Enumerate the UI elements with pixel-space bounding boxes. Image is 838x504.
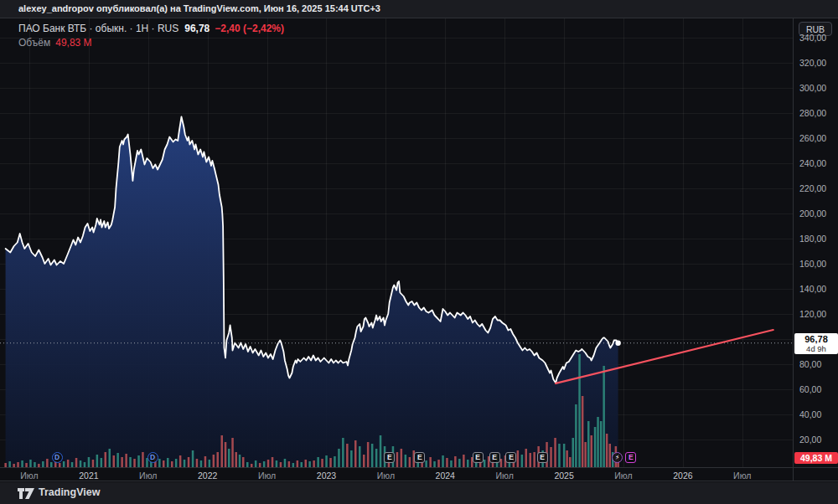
price-tick-label: 140,00: [799, 284, 826, 294]
earnings-badge[interactable]: E: [537, 452, 548, 463]
price-tick-label: 280,00: [799, 108, 826, 118]
current-volume-label: 49,83 М: [794, 452, 838, 464]
time-tick-label-2025: 2025: [554, 471, 573, 481]
price-tick-label: 300,00: [799, 83, 826, 93]
time-tick-label-2021: 2021: [79, 471, 98, 481]
earnings-badge[interactable]: E: [384, 452, 395, 463]
upcoming-earnings-badge[interactable]: E: [625, 452, 636, 463]
price-axis[interactable]: RUB 340,00320,00300,00280,00260,00240,00…: [793, 18, 838, 481]
time-tick-label-Июл: Июл: [496, 471, 514, 481]
price-tick-label: 180,00: [799, 234, 826, 244]
time-tick-label-2024: 2024: [436, 471, 455, 481]
time-axis-separator: [0, 467, 838, 468]
volume-value: 49,83 М: [55, 37, 91, 49]
footer-bar: TradingView: [0, 482, 838, 504]
price-tick-label: 60,00: [799, 384, 821, 394]
tradingview-brand-name[interactable]: TradingView: [39, 486, 100, 498]
tradingview-logo-icon[interactable]: [17, 487, 35, 500]
publication-bar: alexey_andropov опубликовал(а) на Tradin…: [0, 0, 838, 18]
current-price-value: 96,78: [794, 334, 838, 344]
price-change: −2,40 (−2,42%): [215, 23, 284, 34]
time-tick-label-2022: 2022: [198, 471, 217, 481]
price-tick-label: 240,00: [799, 158, 826, 168]
dividend-badge[interactable]: D: [52, 452, 63, 463]
price-tick-label: 40,00: [799, 409, 821, 419]
earnings-badge[interactable]: E: [473, 452, 484, 463]
price-tick-label: 220,00: [799, 183, 826, 193]
time-tick-label-Июл: Июл: [139, 471, 157, 481]
legend-row-volume: Объём49,83 М: [18, 37, 284, 49]
price-chart-canvas[interactable]: [0, 18, 793, 467]
current-price-label: 96,78 4d 9h: [794, 333, 838, 354]
symbol-title: ПАО Банк ВТБ · обыкн. · 1Н · RUS: [18, 23, 178, 34]
price-tick-label: 80,00: [799, 359, 821, 369]
earnings-badge[interactable]: E: [414, 452, 425, 463]
time-tick-label-2023: 2023: [317, 471, 336, 481]
tradingview-published-chart: alexey_andropov опубликовал(а) на Tradin…: [0, 0, 838, 504]
price-tick-label: 340,00: [799, 33, 826, 43]
chart-legend: ПАО Банк ВТБ · обыкн. · 1Н · RUS96,78−2,…: [18, 23, 284, 49]
price-tick-label: 20,00: [799, 435, 821, 445]
price-tick-label: 320,00: [799, 58, 826, 68]
volume-label: Объём: [18, 37, 50, 49]
earnings-badge[interactable]: E: [505, 452, 516, 463]
bar-countdown: 4d 9h: [794, 344, 838, 353]
price-area-fill: [6, 117, 618, 468]
price-tick-label: 120,00: [799, 309, 826, 319]
time-tick-label-Июл: Июл: [258, 471, 276, 481]
dividend-badge[interactable]: D: [147, 452, 158, 463]
time-tick-label-Июл: Июл: [377, 471, 395, 481]
time-tick-label-Июл: Июл: [20, 471, 38, 481]
time-tick-label-2026: 2026: [673, 471, 692, 481]
publication-text: alexey_andropov опубликовал(а) на Tradin…: [18, 0, 380, 18]
price-tick-label: 260,00: [799, 133, 826, 143]
price-tick-label: 200,00: [799, 208, 826, 219]
last-price: 96,78: [184, 23, 210, 34]
time-tick-label-Июл: Июл: [614, 471, 632, 481]
earnings-badge[interactable]: E: [489, 452, 500, 463]
price-tick-label: 160,00: [799, 259, 826, 269]
time-tick-label-Июл: Июл: [733, 471, 751, 481]
last-price-marker: [615, 341, 620, 346]
legend-row-symbol: ПАО Банк ВТБ · обыкн. · 1Н · RUS96,78−2,…: [18, 23, 284, 34]
chart-area: ПАО Банк ВТБ · обыкн. · 1Н · RUS96,78−2,…: [0, 18, 838, 481]
